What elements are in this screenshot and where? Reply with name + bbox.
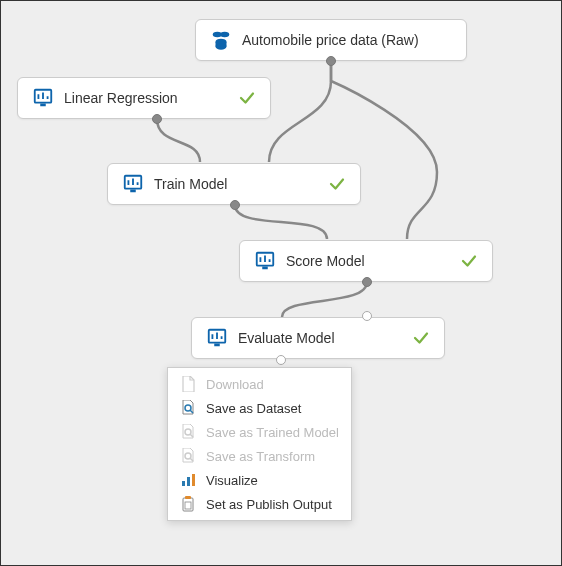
svg-rect-20 [187, 477, 190, 486]
workflow-canvas[interactable]: Automobile price data (Raw) Linear Regre… [7, 7, 555, 559]
menu-item-label: Visualize [206, 473, 258, 488]
module-icon [122, 173, 144, 195]
menu-item-label: Set as Publish Output [206, 497, 332, 512]
node-label: Linear Regression [64, 90, 178, 106]
input-port[interactable] [362, 311, 372, 321]
svg-rect-23 [185, 496, 191, 499]
menu-item-label: Save as Dataset [206, 401, 301, 416]
output-port[interactable] [326, 56, 336, 66]
clipboard-icon [180, 496, 196, 512]
module-icon [254, 250, 276, 272]
status-check-icon [460, 252, 478, 270]
document-search-icon [180, 448, 196, 464]
node-label: Automobile price data (Raw) [242, 32, 419, 48]
status-check-icon [328, 175, 346, 193]
menu-item-publish-output[interactable]: Set as Publish Output [168, 492, 351, 516]
node-label: Evaluate Model [238, 330, 335, 346]
module-icon [32, 87, 54, 109]
svg-rect-8 [130, 190, 136, 193]
menu-item-label: Save as Transform [206, 449, 315, 464]
menu-item-label: Save as Trained Model [206, 425, 339, 440]
svg-rect-24 [185, 502, 191, 509]
svg-rect-12 [214, 344, 220, 347]
node-evaluate-model[interactable]: Evaluate Model [191, 317, 445, 359]
svg-rect-10 [262, 267, 268, 270]
svg-rect-6 [40, 104, 46, 107]
output-port[interactable] [230, 200, 240, 210]
bar-chart-icon [180, 472, 196, 488]
document-search-icon [180, 424, 196, 440]
menu-item-visualize[interactable]: Visualize [168, 468, 351, 492]
menu-item-save-transform: Save as Transform [168, 444, 351, 468]
output-port-selected[interactable] [276, 355, 286, 365]
svg-point-4 [216, 43, 227, 49]
canvas-frame: Automobile price data (Raw) Linear Regre… [0, 0, 562, 566]
node-score-model[interactable]: Score Model [239, 240, 493, 282]
document-search-icon [180, 400, 196, 416]
svg-rect-21 [192, 474, 195, 486]
status-check-icon [412, 329, 430, 347]
document-icon [180, 376, 196, 392]
database-icon [210, 29, 232, 51]
menu-item-download: Download [168, 372, 351, 396]
output-port[interactable] [362, 277, 372, 287]
module-icon [206, 327, 228, 349]
node-dataset[interactable]: Automobile price data (Raw) [195, 19, 467, 61]
node-label: Train Model [154, 176, 227, 192]
node-label: Score Model [286, 253, 365, 269]
node-train-model[interactable]: Train Model [107, 163, 361, 205]
svg-rect-19 [182, 481, 185, 486]
output-port[interactable] [152, 114, 162, 124]
context-menu: Download Save as Dataset Save as Trained… [167, 367, 352, 521]
menu-item-label: Download [206, 377, 264, 392]
menu-item-save-dataset[interactable]: Save as Dataset [168, 396, 351, 420]
node-linear-regression[interactable]: Linear Regression [17, 77, 271, 119]
status-check-icon [238, 89, 256, 107]
menu-item-save-trained: Save as Trained Model [168, 420, 351, 444]
svg-point-1 [220, 32, 229, 38]
